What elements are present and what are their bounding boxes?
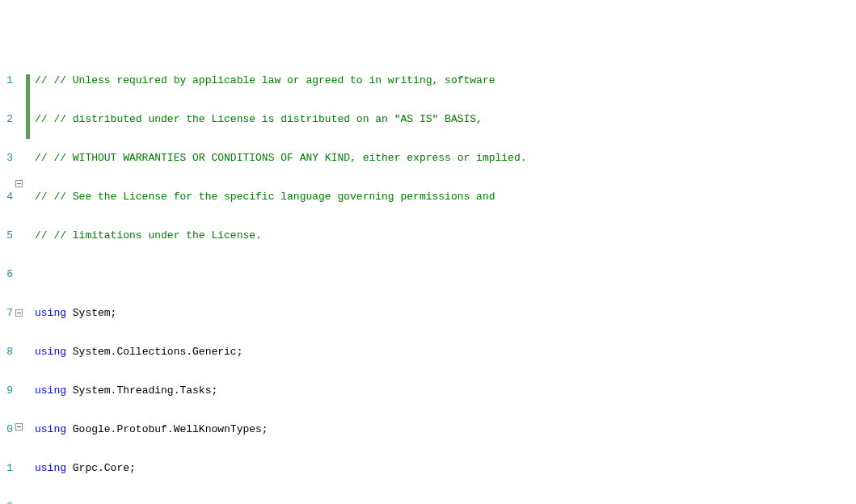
code-line[interactable]: using System; bbox=[35, 307, 856, 320]
code-line[interactable]: // // WITHOUT WARRANTIES OR CONDITIONS O… bbox=[35, 152, 856, 165]
code-line[interactable] bbox=[35, 501, 856, 504]
fold-icon[interactable] bbox=[15, 309, 23, 317]
code-line[interactable]: using System.Threading.Tasks; bbox=[35, 384, 856, 397]
fold-icon[interactable] bbox=[15, 180, 23, 187]
code-line[interactable]: // // limitations under the License. bbox=[35, 229, 856, 242]
code-line[interactable]: // // Unless required by applicable law … bbox=[35, 74, 856, 87]
code-line[interactable]: using System.Collections.Generic; bbox=[35, 346, 856, 359]
code-line[interactable]: using Grpc.Core; bbox=[35, 462, 856, 475]
fold-icon[interactable] bbox=[15, 423, 23, 430]
fold-gutter[interactable] bbox=[15, 48, 26, 504]
code-line[interactable]: // // distributed under the License is d… bbox=[35, 113, 856, 126]
line-number-gutter: 1 2 3 4 5 6 7 8 9 0 1 2 3 4 5 6 7 8 9 0 … bbox=[0, 48, 15, 504]
code-editor[interactable]: 1 2 3 4 5 6 7 8 9 0 1 2 3 4 5 6 7 8 9 0 … bbox=[0, 48, 856, 504]
code-line[interactable] bbox=[35, 268, 856, 281]
code-line[interactable]: using Google.Protobuf.WellKnownTypes; bbox=[35, 423, 856, 436]
code-area[interactable]: // // Unless required by applicable law … bbox=[30, 48, 856, 504]
code-line[interactable]: // // See the License for the specific l… bbox=[35, 191, 856, 204]
